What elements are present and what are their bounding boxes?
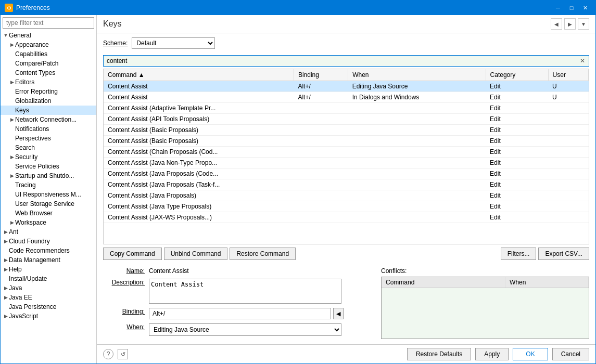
sidebar-item-code-recommenders[interactable]: Code Recommenders (1, 246, 96, 255)
sidebar-item-security[interactable]: ▶ Security (1, 152, 96, 162)
table-row[interactable]: Content Assist (Java Proposals (Task-f..… (104, 179, 589, 190)
restore-command-button[interactable]: Restore Command (230, 248, 296, 260)
col-when[interactable]: When (348, 69, 486, 81)
sidebar-item-perspectives[interactable]: Perspectives (1, 134, 96, 143)
sidebar-item-ant[interactable]: ▶ Ant (1, 227, 96, 237)
binding-input[interactable] (149, 308, 331, 319)
bottom-left: ? ↺ (103, 349, 128, 359)
table-row[interactable]: Content Assist (Basic Proposals) Edit (104, 125, 589, 136)
col-category[interactable]: Category (486, 69, 548, 81)
sidebar-item-editors[interactable]: ▶ Editors (1, 77, 96, 87)
sidebar-item-javascript[interactable]: ▶ JavaScript (1, 311, 96, 321)
cell-command: Content Assist (Basic Proposals) (104, 136, 294, 147)
filters-button[interactable]: Filters... (501, 248, 537, 260)
cell-command: Content Assist (Java Type Proposals) (104, 201, 294, 212)
expand-arrow (9, 70, 15, 76)
table-row[interactable]: Content Assist (Java Non-Type Propo... E… (104, 158, 589, 168)
conflicts-col-command: Command (382, 277, 505, 288)
copy-command-button[interactable]: Copy Command (103, 248, 162, 260)
cell-command: Content Assist (Java Proposals (Code... (104, 168, 294, 179)
export-csv-button[interactable]: Export CSV... (538, 248, 589, 260)
sidebar-item-label: General (9, 32, 31, 39)
cell-user (548, 201, 588, 212)
sidebar-item-compare-patch[interactable]: Compare/Patch (1, 59, 96, 68)
cancel-button[interactable]: Cancel (552, 348, 589, 360)
sidebar-item-help[interactable]: ▶ Help (1, 265, 96, 274)
sidebar-item-label: Install/Update (9, 275, 47, 282)
sidebar-item-globalization[interactable]: Globalization (1, 96, 96, 106)
maximize-button[interactable]: □ (565, 3, 578, 13)
description-field[interactable]: Content Assist (149, 279, 341, 304)
sidebar-item-cloud-foundry[interactable]: ▶ Cloud Foundry (1, 237, 96, 246)
panel-title: Keys (103, 19, 122, 29)
cell-when (348, 190, 486, 201)
cell-user (548, 190, 588, 201)
sidebar-item-startup-shutdown[interactable]: ▶ Startup and Shutdo... (1, 171, 96, 180)
table-row[interactable]: Content Assist (API Tools Proposals) Edi… (104, 114, 589, 125)
table-row[interactable]: Content Assist (Chain Proposals (Cod... … (104, 147, 589, 158)
sidebar-item-service-policies[interactable]: Service Policies (1, 162, 96, 171)
nav-dropdown-button[interactable]: ▼ (578, 18, 589, 30)
sidebar-item-tracing[interactable]: Tracing (1, 180, 96, 190)
expand-arrow (3, 304, 9, 310)
cell-when (348, 103, 486, 114)
table-row[interactable]: Content Assist Alt+/ Editing Java Source… (104, 81, 589, 92)
sidebar-item-workspace[interactable]: ▶ Workspace (1, 218, 96, 227)
sidebar-item-appearance[interactable]: ▶ Appearance (1, 40, 96, 49)
close-button[interactable]: ✕ (579, 3, 591, 13)
table-row[interactable]: Content Assist (Java Proposals) Edit (104, 190, 589, 201)
sidebar-item-keys[interactable]: Keys (1, 106, 96, 115)
sidebar-item-user-storage[interactable]: User Storage Service (1, 199, 96, 209)
table-row[interactable]: Content Assist (Java Type Proposals) Edi… (104, 201, 589, 212)
search-clear-icon[interactable]: ✕ (580, 57, 585, 64)
table-row[interactable]: Content Assist (JAX-WS Proposals...) Edi… (104, 212, 589, 223)
table-row[interactable]: Content Assist (Java Proposals (Code... … (104, 168, 589, 179)
sidebar-item-content-types[interactable]: Content Types (1, 68, 96, 77)
when-select[interactable]: Editing Java Source In Dialogs and Windo… (149, 323, 341, 336)
title-bar-controls: ─ □ ✕ (552, 3, 591, 13)
sidebar-item-web-browser[interactable]: Web Browser (1, 209, 96, 218)
sidebar-item-search[interactable]: Search (1, 143, 96, 152)
cell-when (348, 136, 486, 147)
sidebar-item-notifications[interactable]: Notifications (1, 124, 96, 134)
sidebar-item-java-persistence[interactable]: Java Persistence (1, 302, 96, 311)
table-row[interactable]: Content Assist (Adaptive Template Pr... … (104, 103, 589, 114)
expand-arrow (3, 276, 9, 282)
cell-binding (294, 114, 348, 125)
restore-defaults-button[interactable]: Restore Defaults (407, 348, 471, 360)
main-content: ▼ General ▶ Appearance Capabilities Comp… (1, 15, 595, 363)
table-row[interactable]: Content Assist (Basic Proposals) Edit (104, 136, 589, 147)
search-input[interactable] (103, 55, 589, 67)
expand-arrow: ▶ (3, 294, 9, 301)
sidebar-item-ui-responsiveness[interactable]: UI Responsiveness M... (1, 190, 96, 199)
sidebar-item-java[interactable]: ▶ Java (1, 283, 96, 293)
apply-button[interactable]: Apply (475, 348, 509, 360)
expand-arrow: ▶ (3, 266, 9, 272)
ok-button[interactable]: OK (513, 348, 548, 360)
filter-input[interactable] (3, 17, 94, 29)
cell-category: Edit (486, 92, 548, 103)
table-row[interactable]: Content Assist Alt+/ In Dialogs and Wind… (104, 92, 589, 103)
sidebar-item-network-connections[interactable]: ▶ Network Connection... (1, 115, 96, 124)
sidebar-item-java-ee[interactable]: ▶ Java EE (1, 293, 96, 302)
sidebar-item-general[interactable]: ▼ General (1, 31, 96, 40)
sidebar-item-install-update[interactable]: Install/Update (1, 274, 96, 283)
minimize-button[interactable]: ─ (552, 3, 564, 13)
cell-command: Content Assist (API Tools Proposals) (104, 114, 294, 125)
col-binding[interactable]: Binding (294, 69, 348, 81)
sidebar-item-data-management[interactable]: ▶ Data Management (1, 255, 96, 265)
col-user[interactable]: User (548, 69, 588, 81)
sidebar-item-capabilities[interactable]: Capabilities (1, 49, 96, 59)
help-icon[interactable]: ? (103, 349, 113, 359)
actions-left: Copy Command Unbind Command Restore Comm… (103, 248, 296, 260)
nav-forward-button[interactable]: ▶ (564, 18, 576, 30)
nav-back-button[interactable]: ◀ (551, 18, 562, 30)
sidebar-item-label: Notifications (15, 125, 49, 133)
col-command[interactable]: Command ▲ (104, 69, 294, 81)
cell-binding (294, 125, 348, 136)
restore-defaults-icon[interactable]: ↺ (118, 349, 128, 359)
scheme-select[interactable]: Default Emacs Microsoft Visual Studio (132, 37, 215, 49)
binding-arrow-button[interactable]: ◀ (333, 308, 344, 319)
unbind-command-button[interactable]: Unbind Command (164, 248, 228, 260)
sidebar-item-error-reporting[interactable]: Error Reporting (1, 87, 96, 96)
